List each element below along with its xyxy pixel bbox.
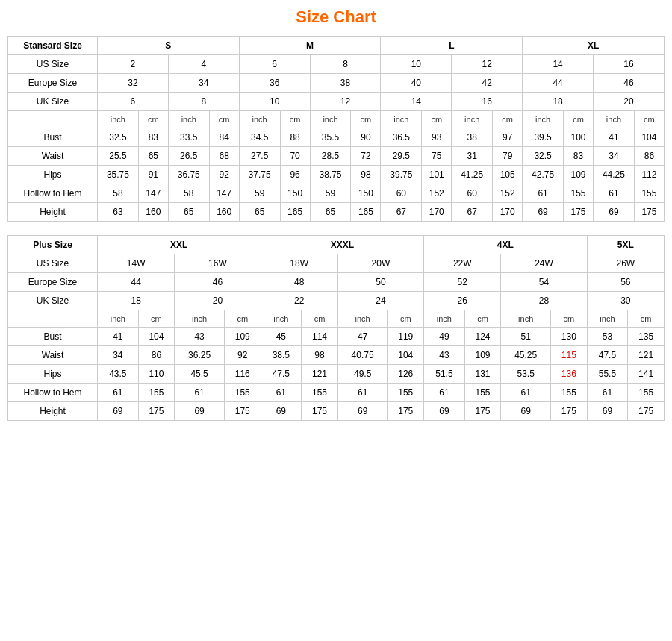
plus-bust-1: 41 xyxy=(98,328,139,346)
std-waist-13: 32.5 xyxy=(523,147,564,166)
plus-height-8: 175 xyxy=(388,402,424,421)
std-hollow-6: 150 xyxy=(280,184,310,203)
std-bust-7: 35.5 xyxy=(310,128,351,147)
std-unit-cm-8: cm xyxy=(634,111,664,128)
std-unit-inch-6: inch xyxy=(452,111,493,128)
plus-bust-12: 130 xyxy=(551,328,588,346)
plus-xxxl-header: XXXL xyxy=(261,236,424,254)
eu-m1: 36 xyxy=(239,74,310,93)
plus-uk-2: 20 xyxy=(175,292,261,310)
plus-us-2: 16W xyxy=(175,254,261,273)
plus-hollow-8: 155 xyxy=(388,384,424,402)
plus-hips-3: 45.5 xyxy=(175,365,225,384)
std-hollow-9: 60 xyxy=(381,184,422,203)
plus-us-4: 20W xyxy=(337,254,423,273)
eu-xl2: 46 xyxy=(594,74,665,93)
std-unit-cm-5: cm xyxy=(422,111,452,128)
us-s1: 2 xyxy=(98,55,169,74)
plus-bust-2: 104 xyxy=(138,328,175,346)
std-hips-13: 42.75 xyxy=(523,166,564,184)
plus-bust-10: 124 xyxy=(464,328,501,346)
plus-unit-inch-1: inch xyxy=(98,310,139,328)
plus-waist-11: 45.25 xyxy=(501,346,551,365)
std-height-15: 69 xyxy=(594,203,635,222)
plus-uk-6: 28 xyxy=(501,292,587,310)
plus-hollow-7: 61 xyxy=(337,384,388,402)
std-hollow-3: 58 xyxy=(168,184,209,203)
plus-height-12: 175 xyxy=(551,402,588,421)
plus-hollow-6: 155 xyxy=(302,384,338,402)
std-hips-label: Hips xyxy=(8,166,98,184)
plus-size-chart: Plus Size XXL XXXL 4XL 5XL US Size 14W 1… xyxy=(7,235,665,421)
plus-unit-cm-2: cm xyxy=(224,310,261,328)
std-unit-inch-5: inch xyxy=(381,111,422,128)
plus-height-label: Height xyxy=(8,402,98,421)
std-hips-1: 35.75 xyxy=(98,166,139,184)
plus-bust-5: 45 xyxy=(261,328,302,346)
std-hollow-11: 60 xyxy=(452,184,493,203)
plus-bust-label: Bust xyxy=(8,328,98,346)
europe-size-label: Europe Size xyxy=(8,74,98,93)
plus-uk-label: UK Size xyxy=(8,292,98,310)
std-bust-15: 41 xyxy=(594,128,635,147)
us-size-label: US Size xyxy=(8,55,98,74)
std-bust-11: 38 xyxy=(452,128,493,147)
plus-waist-13: 47.5 xyxy=(587,346,628,365)
plus-unit-cm-4: cm xyxy=(388,310,424,328)
std-unit-cm-6: cm xyxy=(493,111,523,128)
std-unit-inch-4: inch xyxy=(310,111,351,128)
plus-height-14: 175 xyxy=(628,402,665,421)
std-unit-spacer xyxy=(8,111,98,128)
std-hips-15: 44.25 xyxy=(594,166,635,184)
plus-us-1: 14W xyxy=(98,254,175,273)
uk-l1: 14 xyxy=(381,93,452,111)
plus-waist-9: 43 xyxy=(424,346,465,365)
std-waist-1: 25.5 xyxy=(98,147,139,166)
plus-uk-5: 26 xyxy=(424,292,501,310)
plus-height-5: 69 xyxy=(261,402,302,421)
std-hips-7: 38.75 xyxy=(310,166,351,184)
plus-us-5: 22W xyxy=(424,254,501,273)
us-l2: 12 xyxy=(452,55,523,74)
plus-bust-8: 119 xyxy=(388,328,424,346)
plus-waist-7: 40.75 xyxy=(337,346,388,365)
plus-height-3: 69 xyxy=(175,402,225,421)
std-unit-inch-7: inch xyxy=(523,111,564,128)
std-bust-1: 32.5 xyxy=(98,128,139,147)
uk-s2: 8 xyxy=(168,93,239,111)
plus-waist-3: 36.25 xyxy=(175,346,225,365)
std-hips-16: 112 xyxy=(634,166,664,184)
plus-hollow-10: 155 xyxy=(464,384,501,402)
std-hips-4: 92 xyxy=(209,166,239,184)
plus-unit-spacer xyxy=(8,310,98,328)
std-waist-3: 26.5 xyxy=(168,147,209,166)
std-unit-inch-3: inch xyxy=(239,111,280,128)
us-xl1: 14 xyxy=(523,55,594,74)
plus-table: Plus Size XXL XXXL 4XL 5XL US Size 14W 1… xyxy=(7,235,665,421)
plus-5xl-header: 5XL xyxy=(587,236,664,254)
plus-eu-5: 52 xyxy=(424,273,501,292)
standard-s-header: S xyxy=(98,37,240,55)
std-height-6: 165 xyxy=(280,203,310,222)
plus-unit-inch-3: inch xyxy=(261,310,302,328)
plus-europe-label: Europe Size xyxy=(8,273,98,292)
std-height-1: 63 xyxy=(98,203,139,222)
std-waist-11: 31 xyxy=(452,147,493,166)
plus-eu-7: 56 xyxy=(587,273,664,292)
std-waist-9: 29.5 xyxy=(381,147,422,166)
std-bust-3: 33.5 xyxy=(168,128,209,147)
plus-bust-11: 51 xyxy=(501,328,551,346)
std-height-10: 170 xyxy=(422,203,452,222)
plus-unit-inch-4: inch xyxy=(337,310,388,328)
eu-xl1: 44 xyxy=(523,74,594,93)
us-l1: 10 xyxy=(381,55,452,74)
std-unit-inch-1: inch xyxy=(98,111,139,128)
std-hips-8: 98 xyxy=(351,166,381,184)
page-title: Size Chart xyxy=(7,7,665,27)
plus-unit-inch-2: inch xyxy=(175,310,225,328)
std-hips-14: 109 xyxy=(563,166,593,184)
plus-uk-3: 22 xyxy=(261,292,337,310)
plus-height-6: 175 xyxy=(302,402,338,421)
plus-us-size-label: US Size xyxy=(8,254,98,273)
plus-eu-1: 44 xyxy=(98,273,175,292)
